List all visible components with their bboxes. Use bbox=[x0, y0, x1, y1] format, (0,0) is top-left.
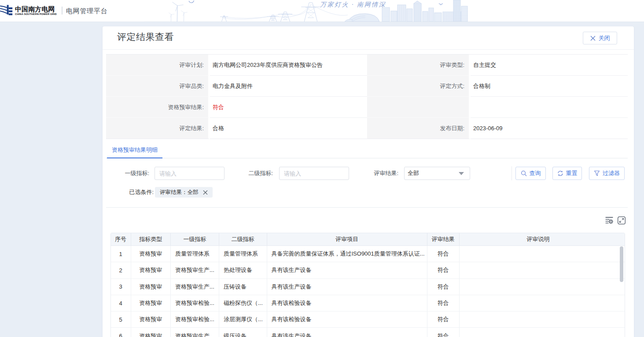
summary-label-text: 评审计划: bbox=[179, 61, 204, 69]
summary-label bbox=[367, 97, 471, 118]
table-cell-text: 具有该检验设备 bbox=[272, 315, 312, 323]
table-cell-text: 符合 bbox=[438, 332, 449, 337]
column-settings-icon[interactable] bbox=[605, 216, 613, 224]
table-cell-text: 具备完善的质量保证体系，通过ISO9001质量管理体系认证... bbox=[272, 250, 425, 258]
selected-condition-text: 评审结果：全部 bbox=[160, 189, 199, 196]
fullscreen-icon[interactable] bbox=[618, 216, 626, 224]
selected-conditions-label: 已选条件: bbox=[106, 187, 154, 198]
table-cell-text: 资格预审 bbox=[139, 332, 162, 337]
tab-prequalification-detail[interactable]: 资格预审结果明细 bbox=[107, 143, 162, 158]
results-table: 序号指标类型一级指标二级指标评审项目评审结果评审说明 1资格预审质量管理体系质量… bbox=[110, 233, 625, 337]
table-cell-text: 资格预审 bbox=[139, 315, 162, 323]
table-cell-text: 6 bbox=[119, 333, 122, 337]
summary-label: 评定方式: bbox=[367, 76, 471, 97]
summary-label-text: 资格预审结果: bbox=[168, 103, 204, 111]
table-cell: 资格预审生产... bbox=[171, 262, 219, 278]
table-cell-text: 资格预审检验... bbox=[175, 315, 214, 323]
review-result-select[interactable]: 全部 bbox=[404, 167, 470, 180]
summary-value-text: 合格制 bbox=[473, 82, 490, 90]
table-cell: 具有该生产设备 bbox=[267, 328, 428, 337]
table-toolbar bbox=[605, 216, 626, 224]
page-title: 评定结果查看 bbox=[117, 26, 174, 50]
table-cell: 具有该检验设备 bbox=[267, 295, 428, 311]
summary-value: 电力金具及附件 bbox=[210, 76, 367, 97]
table-cell bbox=[460, 279, 625, 295]
brand-name-en: CHINA SOUTHERN POWER GRID bbox=[15, 13, 57, 15]
select-value: 全部 bbox=[408, 169, 459, 177]
table-cell: 质量管理体系 bbox=[219, 246, 267, 262]
summary-value bbox=[471, 97, 628, 118]
refresh-icon bbox=[557, 170, 563, 176]
table-cell: 资格预审生产... bbox=[171, 279, 219, 295]
filter-button[interactable]: 过滤器 bbox=[589, 167, 625, 180]
table-cell-text: 具有该生产设备 bbox=[272, 283, 312, 291]
column-header-5: 评审结果 bbox=[427, 233, 460, 245]
table-cell-text: 具有该生产设备 bbox=[272, 332, 312, 337]
table-cell: 资格预审 bbox=[131, 246, 171, 262]
table-cell-text: 资格预审检验... bbox=[175, 299, 214, 307]
search-button[interactable]: 查询 bbox=[515, 167, 546, 180]
page-background: 评定结果查看 关闭 评审计划:南方电网公司2023年度供应商资格预审公告评审类型… bbox=[0, 22, 644, 337]
column-header-3: 二级指标 bbox=[219, 233, 267, 245]
table-cell: 具有该生产设备 bbox=[267, 262, 428, 278]
filter-label-result: 评审结果: bbox=[349, 167, 398, 180]
summary-label-text: 评审类型: bbox=[440, 61, 464, 69]
table-cell: 资格预审 bbox=[131, 311, 171, 327]
table-cell-text: 锻压设备 bbox=[224, 332, 247, 337]
table-row: 6资格预审资格预审生产...锻压设备具有该生产设备符合 bbox=[111, 328, 625, 337]
table-cell: 符合 bbox=[427, 279, 460, 295]
column-header-text: 评审项目 bbox=[335, 235, 358, 243]
search-icon bbox=[521, 170, 527, 176]
level2-indicator-input[interactable] bbox=[279, 167, 349, 180]
table-scrollbar-thumb[interactable] bbox=[620, 246, 623, 282]
level1-indicator-input[interactable] bbox=[155, 167, 224, 180]
table-cell-text: 热处理设备 bbox=[224, 266, 252, 274]
tag-remove-icon[interactable] bbox=[203, 190, 208, 195]
table-cell bbox=[460, 311, 625, 327]
table-cell: 5 bbox=[111, 311, 131, 327]
table-cell: 资格预审检验... bbox=[171, 295, 219, 311]
table-cell-text: 资格预审 bbox=[139, 283, 162, 291]
column-header-text: 评审说明 bbox=[527, 235, 550, 243]
dialog-card: 评定结果查看 关闭 评审计划:南方电网公司2023年度供应商资格预审公告评审类型… bbox=[103, 26, 634, 337]
close-icon bbox=[590, 36, 596, 41]
table-cell: 具有该检验设备 bbox=[267, 311, 428, 327]
column-header-text: 评审结果 bbox=[432, 235, 455, 243]
summary-label: 评审类型: bbox=[367, 55, 471, 76]
funnel-icon bbox=[594, 170, 600, 176]
banner-slogan: 万家灯火 · 南网情深 bbox=[320, 1, 386, 9]
table-row: 5资格预审资格预审检验...涂层测厚仪（...具有该检验设备符合 bbox=[111, 311, 625, 328]
table-cell: 具有该生产设备 bbox=[267, 279, 428, 295]
table-cell: 6 bbox=[111, 328, 131, 337]
table-cell-text: 具有该生产设备 bbox=[272, 266, 312, 274]
summary-label-text: 发布日期: bbox=[440, 125, 464, 132]
close-button[interactable]: 关闭 bbox=[583, 32, 617, 44]
table-cell: 符合 bbox=[427, 262, 460, 278]
table-row: 1资格预审质量管理体系质量管理体系具备完善的质量保证体系，通过ISO9001质量… bbox=[111, 246, 625, 262]
table-cell-text: 资格预审生产... bbox=[175, 332, 214, 337]
header-separator bbox=[62, 7, 63, 15]
summary-value-text: 合格 bbox=[213, 125, 224, 132]
table-cell-text: 1 bbox=[119, 251, 122, 257]
column-header-text: 一级指标 bbox=[184, 235, 206, 243]
summary-value: 符合 bbox=[210, 97, 367, 118]
selected-condition-tag: 评审结果：全部 bbox=[155, 187, 213, 198]
table-cell-text: 5 bbox=[119, 316, 122, 323]
table-cell: 热处理设备 bbox=[219, 262, 267, 278]
summary-value: 自主提交 bbox=[471, 55, 628, 76]
table-cell bbox=[460, 262, 625, 278]
filter-button-label: 过滤器 bbox=[603, 169, 620, 177]
summary-row: 评定结果:合格发布日期:2023-06-09 bbox=[106, 118, 628, 139]
summary-row: 评审计划:南方电网公司2023年度供应商资格预审公告评审类型:自主提交 bbox=[106, 55, 628, 76]
table-cell: 4 bbox=[111, 295, 131, 311]
summary-row: 资格预审结果:符合 bbox=[106, 97, 628, 118]
filter-divider bbox=[512, 166, 512, 180]
table-cell: 锻压设备 bbox=[219, 328, 267, 337]
section-divider bbox=[106, 207, 628, 208]
table-cell-text: 2 bbox=[119, 267, 122, 274]
reset-button[interactable]: 重置 bbox=[552, 167, 582, 180]
column-header-2: 一级指标 bbox=[171, 233, 219, 245]
summary-label: 发布日期: bbox=[367, 118, 471, 139]
table-cell: 质量管理体系 bbox=[171, 246, 219, 262]
table-cell: 3 bbox=[111, 279, 131, 295]
